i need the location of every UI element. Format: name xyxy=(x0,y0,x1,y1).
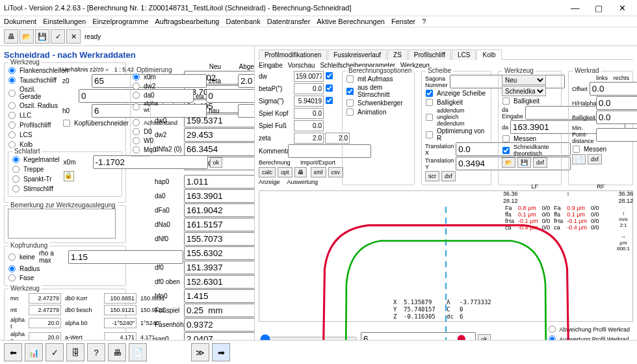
tbl-input[interactable] xyxy=(29,318,61,328)
foot-back-icon[interactable]: ⬅ xyxy=(4,343,22,361)
treppe-radio[interactable] xyxy=(12,166,20,173)
oszilg-radio[interactable] xyxy=(8,89,16,96)
tbl-input[interactable] xyxy=(29,293,61,304)
wzg3-skth-check[interactable] xyxy=(502,146,510,153)
menu-help[interactable]: ? xyxy=(422,18,426,25)
keine-radio[interactable] xyxy=(8,253,16,260)
val-input[interactable] xyxy=(184,304,254,317)
oszilr-radio[interactable] xyxy=(8,102,16,109)
llc-radio[interactable] xyxy=(8,112,16,119)
wzg3-ball-check[interactable] xyxy=(502,98,510,105)
zeta-input[interactable] xyxy=(238,74,254,88)
csv-button[interactable]: csv xyxy=(328,167,344,177)
wrad-doc-icon[interactable]: 📄 xyxy=(572,154,586,164)
menu-datentransfer[interactable]: Datentransfer xyxy=(267,18,311,25)
tab-fusskreis[interactable]: Fusskreisverlauf xyxy=(328,49,387,60)
add-check[interactable] xyxy=(426,113,433,120)
lcs-radio[interactable] xyxy=(8,131,16,138)
hau-input[interactable] xyxy=(238,104,254,118)
spk-input[interactable] xyxy=(294,108,324,119)
calc-button[interactable]: calc xyxy=(259,167,276,177)
betap-auto-check[interactable] xyxy=(326,84,333,92)
tbl-input[interactable] xyxy=(104,318,136,328)
val-input[interactable] xyxy=(184,246,254,260)
foot-help-icon[interactable]: ? xyxy=(87,343,105,361)
stirn-check[interactable] xyxy=(346,87,354,94)
tbl-input[interactable] xyxy=(29,305,61,315)
val-input[interactable] xyxy=(184,318,254,332)
wzg3-dxf-button[interactable]: dxf xyxy=(533,157,547,168)
tausch-radio[interactable] xyxy=(8,77,16,84)
val-input[interactable] xyxy=(184,232,254,246)
check-icon[interactable]: ✓ xyxy=(51,29,65,44)
print-button[interactable]: 🖶 xyxy=(294,167,307,177)
opt-mq0-radio[interactable] xyxy=(133,146,140,153)
tab-lcs[interactable]: LCS xyxy=(452,49,476,60)
wzg3-mess-check[interactable] xyxy=(502,135,510,142)
ball-check[interactable] xyxy=(426,99,433,106)
x0m-input[interactable] xyxy=(93,155,208,169)
save-icon[interactable]: 💾 xyxy=(35,29,49,44)
betap-input[interactable] xyxy=(294,83,324,94)
wrad-dxf-button[interactable]: dxf xyxy=(588,154,602,164)
foot-db-icon[interactable]: 🗄 xyxy=(66,343,84,361)
rho-input[interactable] xyxy=(68,250,183,264)
foot-check-icon[interactable]: ✓ xyxy=(46,343,64,361)
spf-input[interactable] xyxy=(294,120,324,131)
val-input[interactable] xyxy=(184,289,254,303)
wrad-b1[interactable] xyxy=(596,110,637,124)
flanken-radio[interactable] xyxy=(8,67,16,74)
eval-a-radio[interactable] xyxy=(549,326,556,333)
wrad-off1[interactable] xyxy=(590,82,637,96)
scheibe-dxf-button[interactable]: dxf xyxy=(441,171,456,181)
menu-auftrag[interactable]: Auftragsbearbeitung xyxy=(155,18,219,25)
dw-input[interactable] xyxy=(294,71,324,82)
spankt-radio[interactable] xyxy=(12,176,20,183)
opt-w0-radio[interactable] xyxy=(133,137,140,144)
radius-radio[interactable] xyxy=(8,265,16,272)
tab-zs[interactable]: ZS xyxy=(387,49,408,60)
tab-kolb[interactable]: Kolb xyxy=(476,49,501,60)
tbl-input[interactable] xyxy=(104,305,136,315)
foot-print-icon[interactable]: 🖶 xyxy=(108,343,126,361)
stirn-radio[interactable] xyxy=(12,185,20,192)
opt-button[interactable]: opt xyxy=(278,167,292,177)
menu-aktive[interactable]: Aktive Berechnungen xyxy=(317,18,385,25)
kopfu-check[interactable] xyxy=(63,120,70,127)
scr-button[interactable]: scr xyxy=(425,171,439,181)
foot-forward-icon[interactable]: ➡ xyxy=(212,343,230,361)
opt-d0-radio[interactable] xyxy=(133,128,140,135)
val-input[interactable] xyxy=(184,218,254,231)
menu-einstellungen[interactable]: Einstellungen xyxy=(43,18,86,25)
opt-alphawt-radio[interactable] xyxy=(133,103,140,110)
dw-auto-check[interactable] xyxy=(326,72,333,79)
foot-doc-icon[interactable]: 📄 xyxy=(129,343,147,361)
close-button[interactable]: ✕ xyxy=(611,2,633,14)
opt-da0-radio[interactable] xyxy=(133,92,140,99)
maximize-button[interactable]: ▢ xyxy=(588,2,610,14)
val-input[interactable] xyxy=(184,261,254,274)
bemerkung-textarea[interactable] xyxy=(8,209,116,239)
wzg3-sk-select[interactable]: Schneidkante xyxy=(502,86,546,96)
sigma-auto-check[interactable] xyxy=(326,97,333,104)
foot-calc-icon[interactable]: 📊 xyxy=(25,343,43,361)
wzg3-save1-icon[interactable]: 📂 xyxy=(502,157,515,168)
opt-achsab-radio[interactable] xyxy=(133,119,140,126)
tab-profilschliff[interactable]: Profilschliff xyxy=(408,49,451,60)
wzg3-save2-icon[interactable]: 💾 xyxy=(517,157,531,168)
lock-icon[interactable]: 🔒 xyxy=(64,171,74,181)
foot-step-icon[interactable]: ≫ xyxy=(191,343,209,361)
val-input[interactable] xyxy=(184,275,254,289)
opt-dw2-radio[interactable] xyxy=(133,83,140,90)
opt-x0m-radio[interactable] xyxy=(133,73,140,81)
menu-dokument[interactable]: Dokument xyxy=(4,18,36,25)
tbl-input[interactable] xyxy=(104,293,136,304)
aufmass-check[interactable] xyxy=(346,75,354,83)
anim-check[interactable] xyxy=(346,109,354,116)
cross-icon[interactable]: ✕ xyxy=(66,29,81,44)
schenk-check[interactable] xyxy=(346,99,354,107)
kegel-radio[interactable] xyxy=(12,156,20,163)
sigma-input[interactable] xyxy=(294,96,324,107)
subtab-vorschau[interactable]: Vorschau xyxy=(288,62,315,69)
val-input[interactable] xyxy=(184,203,254,217)
